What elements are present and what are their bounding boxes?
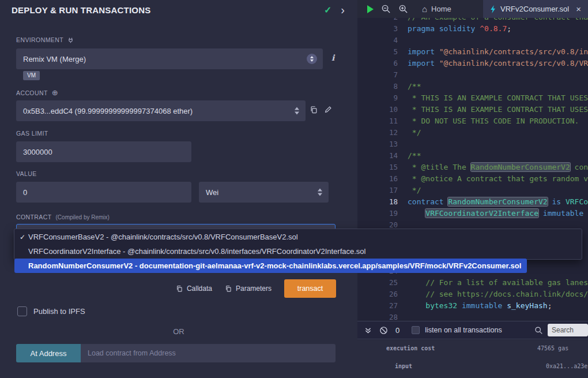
terminal-search (534, 324, 588, 336)
copy-icon (310, 106, 318, 114)
copy-account-icon[interactable] (310, 106, 318, 114)
plus-circle-icon[interactable]: ⊕ (52, 89, 58, 96)
clipboard-icon (176, 285, 183, 292)
line-number: 12 (357, 128, 404, 140)
line-number: 14 (357, 151, 404, 163)
line-number: 11 (357, 117, 404, 128)
deploy-run-panel: DEPLOY & RUN TRANSACTIONS ✓ › ENVIRONMEN… (0, 0, 357, 378)
code-line (404, 313, 588, 321)
editor-tabbar: ⌂ Home VRFv2Consumer.sol × (357, 0, 588, 18)
code-line: */ (404, 186, 588, 197)
editor-gutter: 2345678910111213141516171819202122232425… (357, 18, 404, 321)
listen-label: listen on all transactions (425, 326, 502, 334)
tab-file-label: VRFv2Consumer.sol (500, 5, 569, 13)
account-label-text: ACCOUNT (16, 89, 48, 96)
or-divider: OR (0, 327, 357, 336)
remix-ide-window: DEPLOY & RUN TRANSACTIONS ✓ › ENVIRONMEN… (0, 0, 588, 378)
option-check-icon: ✓ (20, 233, 28, 241)
contract-label-text: CONTRACT (16, 214, 52, 220)
log-value: 0xa21...a23e (546, 363, 587, 369)
contract-option-label: VRFCoordinatorV2Interface - @chainlink/c… (28, 247, 365, 256)
contract-option[interactable]: RandomNumberConsumerV2 - documentation-g… (14, 259, 527, 273)
code-line: * THIS IS AN EXAMPLE CONTRACT THAT USES … (404, 105, 588, 117)
valid-check-icon[interactable]: ✓ (324, 5, 331, 16)
line-number: 5 (357, 47, 404, 59)
code-line: // For a list of available gas lanes on … (404, 278, 588, 290)
line-number: 6 (357, 59, 404, 70)
expand-terminal-icon[interactable] (364, 327, 372, 334)
account-label: ACCOUNT ⊕ (16, 89, 58, 96)
listen-checkbox[interactable] (412, 326, 420, 334)
code-line (404, 140, 588, 151)
calldata-button[interactable]: Calldata (176, 285, 212, 293)
parameters-button[interactable]: Parameters (225, 285, 272, 293)
contract-label: CONTRACT (Compiled by Remix) (16, 214, 110, 220)
code-line: // see https://docs.chain.link/docs/vrf-… (404, 290, 588, 301)
line-number: 9 (357, 93, 404, 105)
select-caret-icon (318, 189, 322, 196)
log-key: execution cost (386, 345, 537, 351)
code-line (404, 70, 588, 82)
publish-checkbox[interactable] (17, 306, 27, 316)
environment-label-text: ENVIRONMENT (16, 36, 63, 43)
parameters-label: Parameters (236, 285, 272, 293)
code-line: * DO NOT USE THIS CODE IN PRODUCTION. (404, 117, 588, 128)
contract-option[interactable]: VRFCoordinatorV2Interface - @chainlink/c… (14, 244, 582, 259)
panel-title: DEPLOY & RUN TRANSACTIONS (12, 5, 324, 15)
zoom-in-icon[interactable] (398, 4, 408, 14)
code-line: import "@chainlink/contracts/src/v0.8/VR… (404, 59, 588, 70)
info-icon[interactable]: i (331, 53, 334, 62)
code-line: * @notice A contract that gets random va… (404, 174, 588, 186)
value-input[interactable] (16, 182, 191, 203)
calldata-label: Calldata (187, 285, 212, 293)
chevron-right-icon[interactable]: › (341, 4, 345, 16)
close-tab-icon[interactable]: × (576, 5, 581, 13)
tab-home[interactable]: ⌂ Home (415, 0, 458, 18)
pencil-icon (324, 106, 332, 114)
edit-account-icon[interactable] (324, 106, 332, 114)
code-line: /** (404, 82, 588, 93)
run-script-icon[interactable] (367, 5, 374, 13)
code-line: */ (404, 128, 588, 140)
code-line: * THIS IS AN EXAMPLE CONTRACT THAT USES … (404, 93, 588, 105)
contract-option[interactable]: ✓VRFConsumerBaseV2 - @chainlink/contract… (14, 230, 582, 244)
terminal-bar: 0 listen on all transactions (357, 321, 588, 339)
value-label: VALUE (16, 170, 37, 177)
line-number: 10 (357, 105, 404, 117)
publish-label: Publish to IPFS (33, 307, 85, 316)
environment-select[interactable]: Remix VM (Merge) (16, 48, 323, 69)
line-number: 13 (357, 140, 404, 151)
value-label-text: VALUE (16, 170, 37, 177)
account-select[interactable]: 0x5B3...eddC4 (99.99999999999997374068 e… (16, 100, 306, 121)
magnifier-minus-icon (381, 4, 391, 14)
value-unit-select[interactable]: Wei (199, 182, 329, 203)
transact-button[interactable]: transact (284, 279, 336, 298)
account-value: 0x5B3...eddC4 (99.99999999999997374068 e… (23, 107, 193, 115)
contract-options: ✓VRFConsumerBaseV2 - @chainlink/contract… (14, 229, 582, 260)
contract-option-label: VRFConsumerBaseV2 - @chainlink/contracts… (28, 233, 298, 241)
hide-transactions-icon[interactable] (379, 326, 388, 335)
pending-tx-count: 0 (395, 326, 399, 335)
gas-limit-label: GAS LIMIT (16, 130, 48, 137)
code-line: contract RandomNumberConsumerV2 is VRFCo… (404, 197, 588, 209)
terminal-log-row: execution cost47565 gas (357, 345, 588, 351)
code-line: // An example of a consumer contract tha… (404, 18, 588, 24)
code-line: * @title The RandomNumberConsumerV2 cont… (404, 163, 588, 174)
double-chevron-down-icon (364, 327, 372, 334)
code-line: bytes32 immutable s_keyHash; (404, 301, 588, 313)
zoom-out-icon[interactable] (381, 4, 391, 14)
tab-vrfv2consumer[interactable]: VRFv2Consumer.sol × (483, 0, 588, 18)
at-address-input[interactable] (81, 344, 336, 362)
terminal-search-input[interactable] (548, 324, 588, 336)
code-line: VRFCoordinatorV2Interface immutable COOR… (404, 209, 588, 220)
environment-label: ENVIRONMENT (16, 36, 74, 43)
line-number: 3 (357, 24, 404, 36)
clipboard-icon (225, 285, 232, 292)
at-address-button[interactable]: At Address (16, 344, 81, 362)
contract-option-label: RandomNumberConsumerV2 - documentation-g… (28, 261, 521, 270)
log-key: input (395, 363, 546, 369)
code-line: import "@chainlink/contracts/src/v0.8/in… (404, 47, 588, 59)
chevron-circle-icon (307, 54, 317, 64)
gas-limit-input[interactable] (16, 141, 191, 162)
code-editor[interactable]: 2345678910111213141516171819202122232425… (357, 18, 588, 321)
